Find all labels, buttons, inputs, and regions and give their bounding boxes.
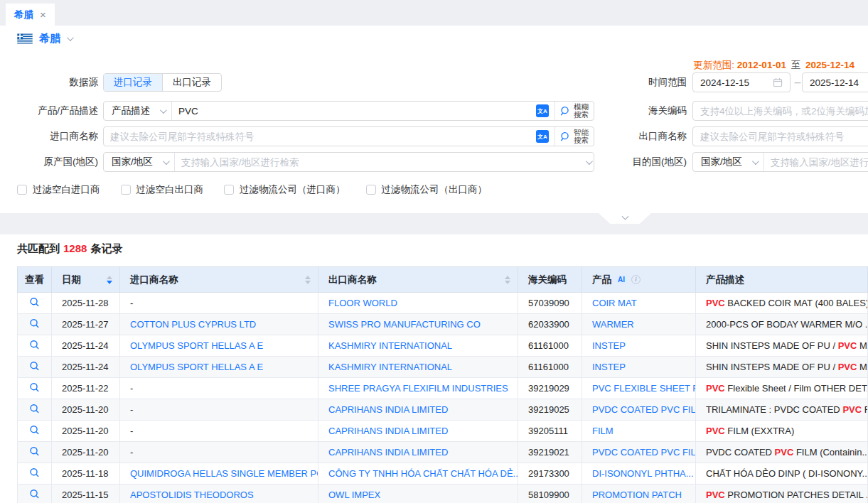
collapse-panel-button[interactable] — [599, 213, 651, 224]
origin-country-select[interactable]: 国家/地区 — [104, 153, 175, 171]
exporter-input[interactable] — [693, 131, 868, 142]
exporter-link[interactable]: KASHMIRY INTERNATIONAL — [318, 335, 518, 357]
exporter-label: 出口商名称 — [587, 126, 687, 146]
search-icon — [29, 361, 40, 372]
view-record-button[interactable] — [18, 442, 52, 463]
translate-icon[interactable]: 文A — [536, 104, 549, 117]
product-link[interactable]: PROMOTION PATCH — [582, 485, 696, 503]
product-label: 产品/产品描述 — [0, 101, 98, 121]
product-description: 2000-PCS OF BODAY WARMER M/O ... — [696, 314, 868, 335]
col-date: 日期 — [52, 267, 120, 293]
product-link[interactable]: FILM — [582, 421, 696, 442]
product-link[interactable]: COIR MAT — [582, 293, 696, 314]
end-date-input[interactable]: 2025-12-14 — [802, 72, 868, 92]
destination-country-input[interactable] — [764, 157, 868, 168]
record-date: 2025-11-20 — [52, 399, 120, 421]
importer-link[interactable]: APOSTOLIDIS THEODOROS — [120, 485, 318, 503]
search-icon — [29, 340, 40, 350]
product-field-select[interactable]: 产品描述 — [104, 102, 172, 120]
view-record-button[interactable] — [18, 378, 52, 399]
translate-icon[interactable]: 文A — [536, 130, 549, 143]
search-icon — [29, 467, 40, 478]
tab-greece[interactable]: 希腊 × — [6, 4, 55, 26]
product-link[interactable]: PVDC COATED PVC FIL... — [582, 399, 696, 421]
exporter-link[interactable]: CAPRIHANS INDIA LIMITED — [318, 421, 518, 442]
record-date: 2025-11-22 — [52, 378, 120, 399]
view-record-button[interactable] — [18, 463, 52, 485]
product-description: PVC FILM (EXXTRA) — [696, 421, 868, 442]
search-icon — [29, 382, 40, 393]
exporter-link[interactable]: CAPRIHANS INDIA LIMITED — [318, 399, 518, 421]
exporter-link[interactable]: SHREE PRAGYA FLEXIFILM INDUSTRIES — [318, 378, 518, 399]
view-record-button[interactable] — [18, 314, 52, 335]
table-row: 2025-11-20-CAPRIHANS INDIA LIMITED392190… — [18, 399, 868, 421]
product-link[interactable]: INSTEP — [582, 357, 696, 378]
table-row: 2025-11-24OLYMPUS SPORT HELLAS A EKASHMI… — [18, 335, 868, 357]
filter-logistics-exporter-checkbox[interactable]: 过滤物流公司（出口商） — [366, 183, 488, 196]
exporter-link[interactable]: CÔNG TY TNHH HÓA CHẤT CHẤT HÓA DẺ... — [318, 463, 518, 485]
exporter-link[interactable]: SWISS PRO MANUFACTURING CO — [318, 314, 518, 335]
hs-code: 39205111 — [518, 421, 582, 442]
view-record-button[interactable] — [18, 335, 52, 357]
search-icon — [29, 446, 40, 457]
col-description: 产品描述 — [696, 267, 868, 293]
filter-logistics-importer-checkbox[interactable]: 过滤物流公司（进口商） — [224, 183, 345, 196]
exporter-link[interactable]: FLOOR WORLD — [318, 293, 518, 314]
importer-link[interactable]: OLYMPUS SPORT HELLAS A E — [120, 335, 318, 357]
data-source-toggle: 进口记录 出口记录 — [103, 73, 222, 92]
col-importer: 进口商名称 — [120, 267, 318, 293]
exporter-link[interactable]: OWL IMPEX — [318, 485, 518, 503]
importer-link: - — [120, 442, 318, 463]
start-date-value: 2024-12-15 — [700, 77, 749, 88]
view-record-button[interactable] — [18, 293, 52, 314]
page-title: 希腊 — [39, 32, 60, 45]
results-count: 1288 — [63, 242, 87, 254]
product-link[interactable]: WARMER — [582, 314, 696, 335]
page-header[interactable]: 希腊 — [17, 32, 72, 45]
product-link[interactable]: PVC FLEXIBLE SHEET F... — [582, 378, 696, 399]
update-range: 更新范围: 2012-01-01 至 2025-12-14 — [693, 59, 854, 72]
import-records-tab[interactable]: 进口记录 — [104, 74, 162, 91]
exporter-field — [692, 126, 868, 146]
view-record-button[interactable] — [18, 485, 52, 503]
view-record-button[interactable] — [18, 421, 52, 442]
table-row: 2025-11-27COTTON PLUS CYPRUS LTDSWISS PR… — [18, 314, 868, 335]
product-link[interactable]: DI-ISONONYL PHTHA... — [582, 463, 696, 485]
search-icon — [29, 489, 40, 499]
filter-blank-importer-checkbox[interactable]: 过滤空白进口商 — [17, 183, 100, 196]
importer-link[interactable]: OLYMPUS SPORT HELLAS A E — [120, 357, 318, 378]
export-records-tab[interactable]: 出口记录 — [162, 74, 221, 91]
product-description: SHIN INSTEPS MADE OF PU / PVC M... — [696, 335, 868, 357]
exporter-link[interactable]: KASHMIRY INTERNATIONAL — [318, 357, 518, 378]
origin-country-group: 国家/地区 — [103, 152, 594, 172]
hs-code-input[interactable] — [693, 106, 868, 117]
date-range-separator: – — [793, 72, 802, 92]
start-date-input[interactable]: 2024-12-15 — [692, 72, 791, 92]
search-icon — [29, 297, 40, 308]
sort-exporter-button[interactable] — [505, 276, 510, 284]
table-row: 2025-11-28-FLOOR WORLD57039090COIR MATPV… — [18, 293, 868, 314]
importer-input[interactable] — [104, 131, 536, 142]
product-input[interactable] — [172, 106, 536, 117]
destination-country-select[interactable]: 国家/地区 — [693, 153, 764, 171]
info-icon[interactable]: i — [631, 275, 641, 284]
hs-code: 39219021 — [518, 442, 582, 463]
importer-link[interactable]: COTTON PLUS CYPRUS LTD — [120, 314, 318, 335]
col-exporter: 出口商名称 — [318, 267, 518, 293]
hs-code: 29173300 — [518, 463, 582, 485]
product-link[interactable]: PVDC COATED PVC FIL... — [582, 442, 696, 463]
sort-importer-button[interactable] — [305, 276, 311, 284]
record-date: 2025-11-24 — [52, 335, 120, 357]
exporter-link[interactable]: CAPRIHANS INDIA LIMITED — [318, 442, 518, 463]
importer-link[interactable]: QUIMIDROGA HELLAS SINGLE MEMBER PC — [120, 463, 318, 485]
chevron-down-icon — [752, 158, 759, 165]
close-icon[interactable]: × — [40, 9, 46, 20]
product-link[interactable]: INSTEP — [582, 335, 696, 357]
filter-blank-exporter-checkbox[interactable]: 过滤空白出口商 — [121, 183, 204, 196]
hs-code-field — [692, 101, 868, 121]
view-record-button[interactable] — [18, 399, 52, 421]
sort-date-button[interactable] — [107, 276, 112, 284]
origin-country-input[interactable] — [175, 157, 586, 168]
search-icon — [29, 318, 40, 329]
view-record-button[interactable] — [18, 357, 52, 378]
